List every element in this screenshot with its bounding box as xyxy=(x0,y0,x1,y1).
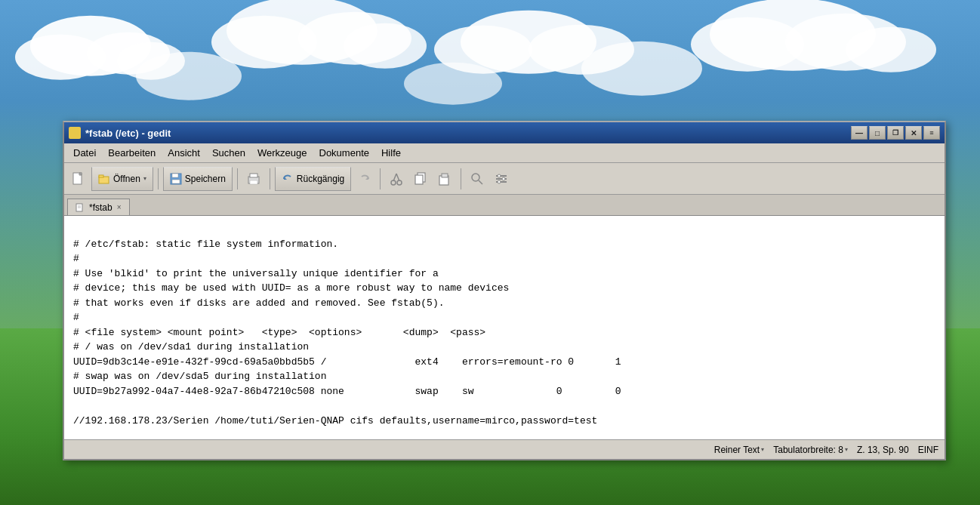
svg-rect-24 xyxy=(172,180,180,183)
open-button[interactable]: Öffnen ▾ xyxy=(91,167,153,191)
svg-point-11 xyxy=(710,0,876,71)
svg-rect-21 xyxy=(99,175,103,177)
menu-suchen[interactable]: Suchen xyxy=(206,146,251,160)
menu-werkzeuge[interactable]: Werkzeuge xyxy=(251,146,313,160)
toolbar-sep-1 xyxy=(158,168,159,189)
properties-button[interactable] xyxy=(490,168,513,190)
gedit-icon xyxy=(69,127,81,139)
menu-datei[interactable]: Datei xyxy=(67,146,102,160)
copy-button[interactable] xyxy=(409,168,432,190)
svg-point-7 xyxy=(344,23,427,69)
svg-point-14 xyxy=(846,27,936,72)
text-mode-selector[interactable]: Reiner Text ▾ xyxy=(714,445,764,455)
cursor-position: Z. 13, Sp. 90 xyxy=(857,445,909,455)
toolbar-sep-5 xyxy=(461,168,461,189)
title-bar: *fstab (/etc) - gedit — □ ❐ ✕ ≡ xyxy=(64,122,945,143)
svg-point-6 xyxy=(298,12,411,65)
tab-width-selector[interactable]: Tabulatorbreite: 8 ▾ xyxy=(773,445,848,455)
svg-point-15 xyxy=(136,52,242,100)
save-button[interactable]: Speichern xyxy=(163,167,233,191)
menu-button[interactable]: ≡ xyxy=(923,126,940,140)
svg-rect-35 xyxy=(415,175,423,184)
svg-point-0 xyxy=(30,16,151,76)
svg-point-44 xyxy=(502,177,505,180)
tab-width-label: Tabulatorbreite: 8 xyxy=(773,445,843,455)
svg-rect-27 xyxy=(250,180,257,184)
svg-point-10 xyxy=(529,25,634,75)
svg-point-13 xyxy=(785,14,906,71)
menu-dokumente[interactable]: Dokumente xyxy=(313,146,375,160)
paste-button[interactable] xyxy=(433,168,456,190)
toolbar-sep-4 xyxy=(380,168,381,189)
svg-point-43 xyxy=(498,174,501,177)
gedit-window: *fstab (/etc) - gedit — □ ❐ ✕ ≡ Datei Be… xyxy=(63,121,946,460)
tab-width-arrow: ▾ xyxy=(845,446,848,453)
new-file-button[interactable] xyxy=(67,168,90,190)
minimize-button[interactable]: — xyxy=(851,126,868,140)
insert-mode-label: EINF xyxy=(918,445,938,455)
svg-point-45 xyxy=(498,180,501,183)
restore-button[interactable]: ❐ xyxy=(887,126,904,140)
redo-button[interactable] xyxy=(353,168,375,190)
editor-text: # /etc/fstab: static file system informa… xyxy=(73,239,621,426)
undo-button[interactable]: Rückgängig xyxy=(275,167,351,191)
menu-hilfe[interactable]: Hilfe xyxy=(375,146,407,160)
svg-point-2 xyxy=(87,32,170,75)
svg-point-5 xyxy=(211,16,317,69)
toolbar-sep-2 xyxy=(237,168,238,189)
cut-button[interactable] xyxy=(385,168,408,190)
search-button[interactable] xyxy=(466,168,488,190)
svg-point-8 xyxy=(461,11,596,74)
svg-point-16 xyxy=(581,42,702,96)
tab-label: *fstab xyxy=(89,202,112,213)
svg-rect-26 xyxy=(250,174,257,177)
file-tab-icon xyxy=(76,203,85,212)
save-label: Speichern xyxy=(185,174,226,184)
open-arrow[interactable]: ▾ xyxy=(143,175,146,182)
menu-bar: Datei Bearbeiten Ansicht Suchen Werkzeug… xyxy=(64,143,945,163)
svg-point-1 xyxy=(15,35,106,80)
maximize-button[interactable]: □ xyxy=(869,126,886,140)
tab-close-button[interactable]: × xyxy=(117,204,122,211)
svg-point-12 xyxy=(691,17,804,72)
svg-line-32 xyxy=(393,174,396,181)
status-bar: Reiner Text ▾ Tabulatorbreite: 8 ▾ Z. 13… xyxy=(64,439,945,459)
editor-content[interactable]: # /etc/fstab: static file system informa… xyxy=(64,216,945,439)
toolbar: Öffnen ▾ Speichern xyxy=(64,163,945,195)
svg-rect-37 xyxy=(442,174,448,177)
text-mode-arrow: ▾ xyxy=(761,446,764,453)
undo-label: Rückgängig xyxy=(297,174,344,184)
position-label: Z. 13, Sp. 90 xyxy=(857,445,909,455)
svg-marker-28 xyxy=(284,177,287,180)
close-alt-button[interactable]: ✕ xyxy=(905,126,922,140)
svg-marker-29 xyxy=(365,177,368,180)
svg-rect-23 xyxy=(172,174,178,177)
svg-line-39 xyxy=(479,180,482,184)
svg-point-9 xyxy=(434,26,532,74)
print-button[interactable] xyxy=(242,168,265,190)
toolbar-sep-3 xyxy=(270,168,270,189)
text-mode-label: Reiner Text xyxy=(714,445,760,455)
svg-point-17 xyxy=(404,63,502,105)
menu-bearbeiten[interactable]: Bearbeiten xyxy=(102,146,162,160)
svg-point-4 xyxy=(227,0,378,65)
menu-ansicht[interactable]: Ansicht xyxy=(162,146,206,160)
svg-point-3 xyxy=(117,42,185,80)
tab-bar: *fstab × xyxy=(64,195,945,216)
open-label: Öffnen xyxy=(113,174,140,184)
window-title: *fstab (/etc) - gedit xyxy=(85,128,851,139)
svg-line-33 xyxy=(396,174,399,181)
svg-point-38 xyxy=(472,174,479,181)
insert-mode: EINF xyxy=(918,445,938,455)
title-bar-buttons: — □ ❐ ✕ ≡ xyxy=(851,126,940,140)
tab-fstab[interactable]: *fstab × xyxy=(67,199,130,215)
